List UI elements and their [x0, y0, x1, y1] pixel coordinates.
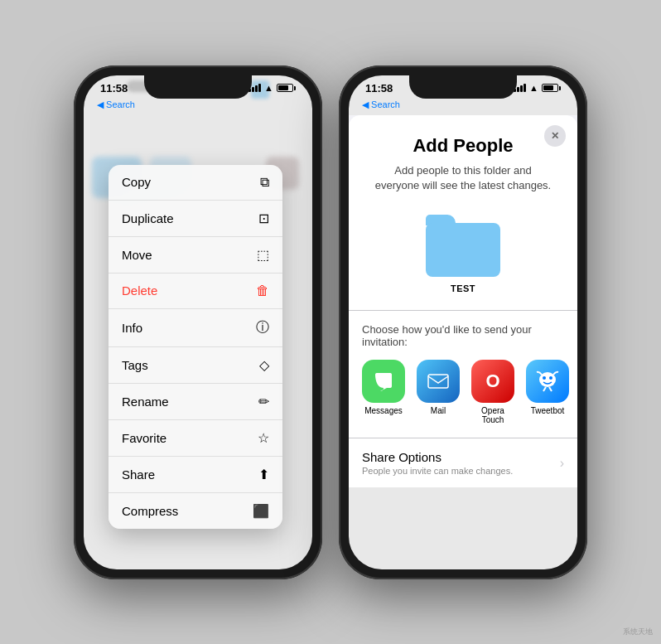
opera-icon: O	[471, 360, 514, 403]
move-icon: ⬚	[257, 247, 269, 263]
modal-close-button[interactable]: ✕	[544, 125, 566, 147]
main-container: 11:58 ▲	[57, 49, 604, 596]
tags-icon: ◇	[259, 357, 269, 373]
svg-point-3	[549, 376, 552, 380]
menu-item-share[interactable]: Share ⬆	[109, 457, 282, 493]
watermark: 系统天地	[623, 627, 653, 637]
menu-item-duplicate[interactable]: Duplicate ⊡	[109, 201, 282, 237]
compress-icon: ⬛	[253, 503, 269, 519]
wifi-icon-1: ▲	[264, 83, 273, 93]
share-options-title: Share Options	[362, 450, 513, 464]
app-mail[interactable]: Mail	[417, 360, 460, 415]
chevron-right-icon: ›	[560, 456, 564, 471]
status-icons-2: ▲	[514, 83, 561, 93]
phone-2-screen: 11:58 ▲	[349, 75, 577, 569]
messages-label: Messages	[364, 406, 403, 415]
svg-rect-0	[428, 375, 448, 388]
nav-back-2[interactable]: ◀ Search	[362, 99, 400, 110]
menu-item-compress[interactable]: Compress ⬛	[109, 493, 282, 529]
modal-subtitle: Add people to this folder and everyone w…	[349, 163, 577, 206]
nav-bar-1: ◀ Search	[84, 98, 312, 115]
mail-icon	[417, 360, 460, 403]
time-1: 11:58	[100, 82, 128, 94]
menu-item-favorite[interactable]: Favorite ☆	[109, 420, 282, 457]
phone-1: 11:58 ▲	[74, 65, 322, 579]
share-options-subtitle: People you invite can make changes.	[362, 466, 513, 476]
phone2-content: ✕ Add People Add people to this folder a…	[349, 115, 577, 488]
app-opera[interactable]: O Opera Touch	[471, 360, 514, 424]
modal-folder: TEST	[349, 206, 577, 310]
svg-point-2	[543, 376, 546, 380]
share-section: Choose how you'd like to send your invit…	[349, 310, 577, 438]
share-prompt: Choose how you'd like to send your invit…	[362, 323, 564, 348]
notch-1	[144, 75, 252, 99]
app-messages[interactable]: Messages	[362, 360, 405, 415]
favorite-icon: ☆	[258, 430, 269, 446]
notch-2	[409, 75, 517, 99]
modal-folder-name: TEST	[451, 283, 475, 293]
status-icons-1: ▲	[248, 83, 296, 93]
menu-item-move[interactable]: Move ⬚	[109, 237, 282, 274]
mail-label: Mail	[431, 406, 446, 415]
share-options-row[interactable]: Share Options People you invite can make…	[349, 438, 577, 487]
share-icon: ⬆	[258, 467, 269, 482]
time-2: 11:58	[365, 82, 393, 94]
phone-1-screen: 11:58 ▲	[84, 75, 312, 569]
share-apps-row: Messages Mail	[362, 360, 564, 424]
add-people-modal: ✕ Add People Add people to this folder a…	[349, 115, 577, 488]
app-tweetbot[interactable]: Tweetbot	[526, 360, 569, 415]
menu-item-info[interactable]: Info ⓘ	[109, 309, 282, 347]
phone-2: 11:58 ▲	[339, 65, 587, 579]
delete-icon: 🗑	[256, 283, 269, 298]
modal-title: Add People	[349, 115, 577, 163]
menu-item-copy[interactable]: Copy ⧉	[109, 165, 282, 201]
context-menu: Copy ⧉ Duplicate ⊡ Move ⬚ Delete 🗑	[109, 165, 282, 529]
nav-bar-2: ◀ Search	[349, 98, 577, 115]
messages-icon	[362, 360, 405, 403]
tweetbot-icon	[526, 360, 569, 403]
duplicate-icon: ⊡	[258, 211, 269, 226]
battery-icon-1	[277, 84, 296, 92]
info-icon: ⓘ	[256, 319, 269, 337]
menu-item-tags[interactable]: Tags ◇	[109, 347, 282, 384]
nav-back-1[interactable]: ◀ Search	[97, 99, 135, 110]
modal-folder-icon	[426, 215, 500, 277]
rename-icon: ✏	[258, 394, 269, 409]
menu-item-delete[interactable]: Delete 🗑	[109, 274, 282, 309]
menu-item-rename[interactable]: Rename ✏	[109, 384, 282, 420]
opera-label: Opera Touch	[471, 406, 514, 424]
copy-icon: ⧉	[260, 175, 269, 190]
wifi-icon-2: ▲	[529, 83, 538, 93]
tweetbot-label: Tweetbot	[531, 406, 565, 415]
battery-icon-2	[542, 84, 561, 92]
